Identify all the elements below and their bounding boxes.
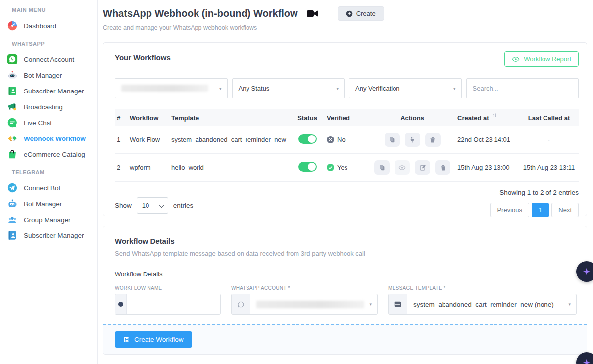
status-filter-select[interactable]: Any Status ▾ — [232, 78, 345, 98]
col-actions: Actions — [367, 114, 455, 122]
details-card-subtitle: Send WhatsApp template message based on … — [115, 250, 579, 257]
entries-per-page-select[interactable]: 10 — [137, 197, 168, 214]
dot-circle-icon — [115, 294, 127, 314]
video-camera-icon[interactable] — [306, 8, 319, 19]
pagination: Previous 1 Next — [490, 203, 579, 217]
chevron-down-icon: ▾ — [369, 302, 372, 307]
live-chat-icon — [6, 117, 18, 129]
col-template: Template — [169, 114, 288, 122]
cell-created-at: 22nd Oct 23 14:01 — [455, 136, 521, 143]
verification-filter-value: Any Verification — [355, 85, 400, 92]
workflows-table: # Workflow Template Status Verified Acti… — [115, 109, 579, 182]
account-filter-select[interactable]: ▾ — [115, 78, 228, 98]
verification-filter-select[interactable]: Any Verification ▾ — [349, 78, 462, 98]
ai-assistant-fab[interactable] — [576, 261, 593, 282]
sidebar-item-broadcasting[interactable]: Broadcasting — [0, 99, 97, 115]
sidebar-item-label: Connect Bot — [24, 184, 60, 192]
sidebar-item-label: eCommerce Catalog — [24, 151, 85, 158]
cell-template: hello_world — [169, 164, 288, 171]
sidebar: MAIN MENU Dashboard WHATSAPP Connect Acc… — [0, 0, 98, 364]
copy-action-button[interactable] — [374, 160, 390, 175]
show-label: Show — [115, 202, 132, 209]
sidebar-item-label: Webhook Workflow — [24, 135, 86, 142]
message-template-select[interactable]: system_abandoned_cart_reminder_new (none… — [388, 294, 577, 315]
sidebar-item-telegram-bot-manager[interactable]: Bot Manager — [0, 196, 97, 212]
sidebar-item-label: Group Manager — [24, 216, 71, 224]
page-header: WhatsApp Webhook (in-bound) Workflow Cre… — [98, 0, 593, 35]
table-row: 1 Work Flow system_abandoned_cart_remind… — [115, 126, 579, 154]
workflows-card: Your Workflows Workflow Report ▾ Any Sta… — [103, 42, 587, 216]
chevron-down-icon: ▾ — [219, 86, 222, 91]
sidebar-item-label: Subscriber Manager — [24, 88, 84, 95]
entries-summary: Showing 1 to 2 of 2 entries — [499, 189, 579, 196]
entries-value: 10 — [142, 202, 149, 209]
create-button[interactable]: Create — [338, 6, 384, 21]
pagination-page-1-button[interactable]: 1 — [532, 203, 549, 217]
chevron-down-icon: ▾ — [568, 302, 571, 307]
main-content: WhatsApp Webhook (in-bound) Workflow Cre… — [98, 0, 593, 364]
whatsapp-account-select[interactable]: ▾ — [231, 294, 378, 315]
copy-action-button[interactable] — [385, 133, 400, 147]
create-workflow-button[interactable]: Create Workflow — [115, 331, 192, 348]
redacted-whatsapp-account-value — [256, 301, 364, 308]
sidebar-item-connect-account[interactable]: Connect Account — [0, 51, 97, 67]
sparkle-icon — [582, 267, 591, 276]
ecommerce-bag-icon — [6, 148, 18, 160]
sidebar-item-bot-manager[interactable]: Bot Manager — [0, 67, 97, 83]
status-toggle[interactable] — [298, 134, 317, 144]
whatsapp-outline-icon — [232, 294, 250, 314]
sidebar-item-ecommerce-catalog[interactable]: eCommerce Catalog — [0, 146, 97, 162]
workflow-name-input[interactable] — [127, 294, 220, 314]
pagination-previous-button[interactable]: Previous — [490, 203, 529, 217]
webhook-handshake-icon — [6, 133, 18, 144]
sidebar-item-connect-bot[interactable]: Connect Bot — [0, 180, 97, 196]
search-input[interactable] — [466, 78, 579, 98]
section-label-whatsapp: WHATSAPP — [0, 34, 97, 51]
workflows-card-title: Your Workflows — [115, 51, 171, 62]
sidebar-item-telegram-subscriber-manager[interactable]: Subscriber Manager — [0, 228, 97, 243]
sidebar-item-group-manager[interactable]: Group Manager — [0, 212, 97, 228]
details-card-title: Workflow Details — [115, 235, 579, 245]
workflow-name-label: WORKFLOW NAME — [115, 285, 221, 291]
sidebar-item-label: Connect Account — [24, 56, 74, 63]
telegram-bot-icon — [6, 198, 18, 210]
status-filter-value: Any Status — [239, 85, 270, 92]
eye-icon — [512, 56, 520, 62]
page-title: WhatsApp Webhook (in-bound) Workflow — [103, 8, 298, 19]
sidebar-item-label: Bot Manager — [24, 72, 62, 79]
redacted-account-value — [121, 85, 208, 92]
col-verified: Verified — [325, 114, 367, 122]
col-status: Status — [288, 114, 325, 122]
sidebar-item-subscriber-manager[interactable]: Subscriber Manager — [0, 83, 97, 99]
pagination-next-button[interactable]: Next — [551, 203, 579, 217]
details-section-label: Workflow Details — [115, 271, 579, 278]
status-toggle[interactable] — [298, 162, 317, 172]
dashboard-gauge-icon — [6, 20, 18, 32]
sidebar-menu: MAIN MENU Dashboard WHATSAPP Connect Acc… — [0, 0, 97, 243]
col-created-at[interactable]: Created at — [455, 114, 521, 122]
trash-action-button[interactable] — [435, 160, 450, 175]
whatsapp-icon — [6, 53, 18, 65]
sidebar-item-webhook-workflow[interactable]: Webhook Workflow — [0, 131, 97, 146]
sparkle-icon — [582, 358, 591, 364]
plus-circle-icon — [346, 10, 353, 17]
save-floppy-icon — [123, 336, 130, 343]
workflow-report-button[interactable]: Workflow Report — [504, 51, 579, 67]
chevron-down-icon: ▾ — [336, 86, 339, 91]
sidebar-item-label: Bot Manager — [24, 200, 62, 208]
edit-action-button[interactable] — [415, 160, 430, 175]
sidebar-item-live-chat[interactable]: Live Chat — [0, 115, 97, 131]
view-action-button[interactable] — [395, 160, 410, 175]
table-row: 2 wpform hello_world Yes 15th Aug 23 13:… — [115, 154, 579, 182]
sidebar-item-label: Live Chat — [24, 119, 52, 127]
cell-last-called: 15th Aug 23 13:11 — [521, 164, 575, 171]
trash-action-button[interactable] — [425, 133, 441, 147]
cell-created-at: 15th Aug 23 13:00 — [455, 164, 521, 171]
plug-action-button[interactable] — [405, 133, 420, 147]
cell-num: 1 — [115, 136, 128, 143]
chevron-down-icon — [159, 202, 164, 207]
sidebar-item-dashboard[interactable]: Dashboard — [0, 18, 97, 34]
telegram-subscriber-book-icon — [6, 229, 18, 241]
message-template-label: MESSAGE TEMPLATE * — [388, 285, 577, 291]
cell-workflow: wpform — [128, 164, 169, 171]
